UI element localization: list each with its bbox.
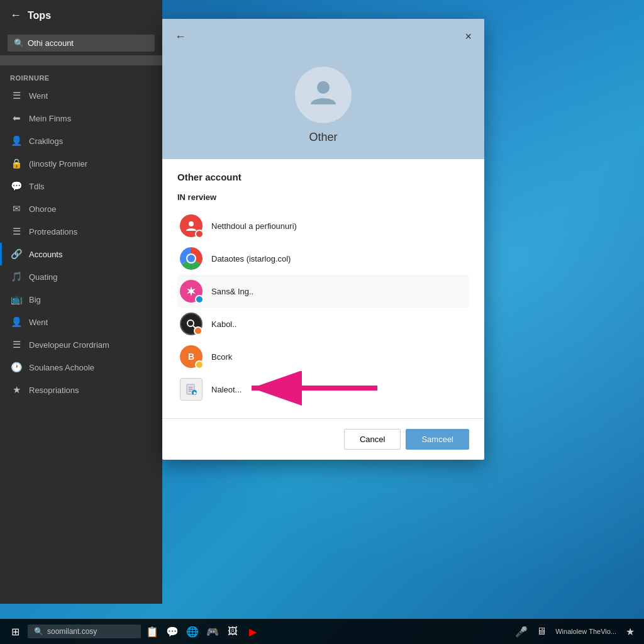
account-item-bcork[interactable]: B Bcork: [177, 340, 469, 373]
taskbar: ⊞ 🔍 soomilant.cosy 📋 💬 🌐 🎮 🖼 ▶ 🎤 🖥 Winal…: [0, 619, 644, 644]
resopriations-icon: ★: [10, 384, 23, 396]
sidebar-title: Tops: [28, 10, 51, 21]
sidebar-item-developeur[interactable]: ☰ Developeur Crordriam: [0, 333, 162, 356]
tdls-icon: 💬: [10, 180, 23, 192]
svg-point-5: [187, 320, 194, 326]
soulanes-icon: 🕐: [10, 362, 23, 373]
taskbar-chat-icon[interactable]: 💬: [164, 623, 181, 640]
big-icon: 📺: [10, 294, 23, 305]
account-item-sans-ing[interactable]: Sans& Ing..: [177, 275, 469, 308]
sidebar-item-label: Went: [29, 91, 48, 101]
svg-point-4: [187, 255, 195, 262]
account-dialog: ← × Other Other account IN rerview: [162, 19, 484, 460]
sidebar-selected-item: [0, 55, 162, 65]
dialog-subsection-label: IN rerview: [177, 192, 469, 202]
mein-finms-icon: ⬅: [10, 113, 23, 124]
sidebar-item-soulanes[interactable]: 🕐 Soulanes Achoole: [0, 356, 162, 379]
dialog-back-button[interactable]: ←: [175, 30, 186, 43]
dialog-header-left: ←: [175, 30, 186, 43]
sidebar-item-label: Went: [29, 318, 48, 327]
svg-point-1: [189, 221, 194, 226]
kabol-name: Kabol..: [211, 319, 236, 329]
sidebar-item-label: Resopriations: [29, 386, 79, 395]
taskbar-image-icon[interactable]: 🖼: [224, 623, 242, 640]
kabol-badge: [194, 326, 203, 335]
sidebar-item-accounts[interactable]: 🔗 Accounts: [0, 243, 162, 265]
bcork-icon-letter: B: [188, 352, 194, 362]
taskbar-search-icon: 🔍: [34, 627, 43, 636]
avatar-name: Other: [309, 131, 337, 144]
kabol-icon: [180, 313, 203, 335]
developeur-icon: ☰: [10, 339, 23, 350]
sidebar-item-label: Quating: [29, 272, 58, 282]
sidebar-item-label: Ohoroe: [29, 204, 56, 214]
sidebar-item-mein-finms[interactable]: ⬅ Mein Finms: [0, 107, 162, 130]
account-item-kabol[interactable]: Kabol..: [177, 308, 469, 340]
sidebar-item-label: Big: [29, 295, 41, 304]
cancel-button[interactable]: Cancel: [344, 429, 401, 450]
sidebar-search-box[interactable]: 🔍 Othi account: [8, 35, 155, 52]
avatar-circle: [295, 67, 352, 123]
sidebar-section-label: Roirnure: [0, 68, 162, 84]
naleot-name: Naleot...: [211, 385, 242, 394]
taskbar-search[interactable]: 🔍 soomilant.cosy: [28, 625, 141, 638]
netthdoul-badge: [195, 230, 204, 238]
dialog-close-button[interactable]: ×: [465, 31, 472, 42]
sidebar-item-quating[interactable]: 🎵 Quating: [0, 265, 162, 288]
sidebar-item-big[interactable]: 📺 Big: [0, 288, 162, 311]
taskbar-monitor-icon[interactable]: 🖥: [533, 623, 550, 640]
taskbar-youtube-icon[interactable]: ▶: [244, 623, 262, 640]
svg-point-0: [317, 81, 330, 94]
taskbar-game-icon[interactable]: 🎮: [204, 623, 221, 640]
search-icon: 🔍: [14, 38, 24, 48]
naleot-icon: ▶: [180, 378, 203, 401]
sidebar-back-icon[interactable]: ←: [10, 9, 21, 22]
accounts-icon: 🔗: [10, 248, 23, 260]
avatar-section: Other: [162, 54, 484, 159]
dialog-section-title: Other account: [177, 172, 469, 182]
sidebar-item-label: Protredations: [29, 227, 77, 236]
sidebar-search-text: Othi account: [28, 38, 74, 48]
bcork-badge: [195, 360, 204, 369]
account-item-dataotes[interactable]: Dataotes (istarlog.col): [177, 242, 469, 275]
sidebar-item-linostly[interactable]: 🔒 (linostly Promier: [0, 152, 162, 175]
sans-ing-badge: [195, 295, 204, 304]
start-button[interactable]: ⊞: [5, 621, 25, 641]
account-item-naleot[interactable]: ▶ Naleot...: [177, 373, 469, 406]
sidebar-item-label: Soulanes Achoole: [29, 363, 94, 372]
taskbar-search-text: soomilant.cosy: [47, 627, 97, 636]
crakllogs-icon: 👤: [10, 135, 23, 147]
dataotes-icon: [180, 247, 203, 270]
sidebar-item-crakllogs[interactable]: 👤 Crakllogs: [0, 130, 162, 152]
account-list: Netthdoul a perfiounuri) Dataotes (istar…: [177, 209, 469, 406]
sidebar-header: ← Tops: [0, 0, 162, 31]
dialog-header: ← ×: [162, 19, 484, 54]
account-item-netthdoul[interactable]: Netthdoul a perfiounuri): [177, 209, 469, 242]
settings-sidebar: ← Tops 🔍 Othi account Roirnure ☰ Went ⬅ …: [0, 0, 162, 604]
sidebar-item-went1[interactable]: ☰ Went: [0, 84, 162, 107]
taskbar-cortana-icon[interactable]: 📋: [143, 623, 161, 640]
sidebar-item-protredations[interactable]: ☰ Protredations: [0, 220, 162, 243]
taskbar-globe-icon[interactable]: 🌐: [184, 623, 201, 640]
taskbar-star-icon[interactable]: ★: [621, 623, 639, 640]
sidebar-item-label: Tdls: [29, 182, 45, 191]
sidebar-item-ohoroe[interactable]: ✉ Ohoroe: [0, 197, 162, 220]
sidebar-item-label: Mein Finms: [29, 114, 71, 123]
confirm-button[interactable]: Samceel: [406, 429, 469, 450]
sidebar-item-tdls[interactable]: 💬 Tdls: [0, 175, 162, 197]
protredations-icon: ☰: [10, 226, 23, 237]
quating-icon: 🎵: [10, 271, 23, 282]
taskbar-clock[interactable]: Winalolew TheVio...: [553, 626, 619, 636]
dataotes-name: Dataotes (istarlog.col): [211, 254, 291, 264]
linostly-icon: 🔒: [10, 158, 23, 169]
avatar-icon: [308, 76, 339, 114]
sidebar-nav: ☰ Went ⬅ Mein Finms 👤 Crakllogs 🔒 (linos…: [0, 84, 162, 401]
bcork-icon: B: [180, 345, 203, 368]
sidebar-item-label: Crakllogs: [29, 136, 63, 146]
netthdoul-icon: [180, 214, 203, 237]
sidebar-item-label: (linostly Promier: [29, 159, 87, 169]
sidebar-item-resopriations[interactable]: ★ Resopriations: [0, 379, 162, 401]
taskbar-mic-icon[interactable]: 🎤: [513, 623, 530, 640]
went2-icon: 👤: [10, 316, 23, 328]
sidebar-item-went2[interactable]: 👤 Went: [0, 311, 162, 333]
